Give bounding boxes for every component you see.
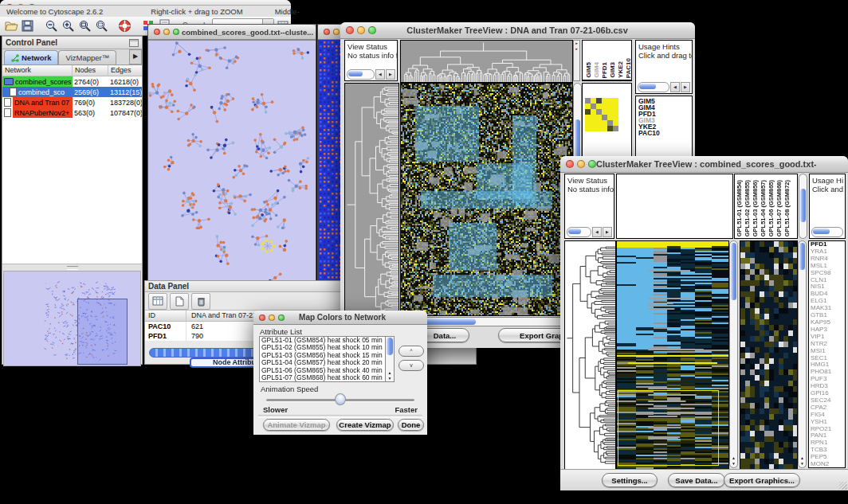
tv2-top-scrollbar[interactable] [799,174,807,239]
status-hint-middle: Middle- [275,7,300,16]
tv2-row-dendrogram[interactable] [564,240,616,470]
scroll-left-icon[interactable]: ◀ [592,227,602,237]
network-row-selected[interactable]: combined_sco 2569(6) 13112(15) [2,87,142,97]
tv1-row-dendrogram[interactable] [344,83,399,316]
file-icon [10,88,17,96]
scroll-up-icon[interactable]: ▲ [386,370,394,375]
scroll-left-icon[interactable]: ◀ [670,82,680,92]
tv2-gene-scrollbar[interactable]: ▲ ▼ [798,240,807,468]
scroll-left-icon[interactable]: ◀ [375,69,385,80]
window-controls[interactable] [259,315,285,321]
tv2-heatmap-canvas[interactable] [616,240,729,470]
tv2-column-tree-area[interactable] [616,174,733,239]
tv2-button-bar: Settings... Save Data... Export Graphics… [560,469,848,490]
treeview2-title: ClusterMaker TreeView : combined_scores_… [596,159,816,169]
move-up-button[interactable]: ^ [398,346,424,357]
tv1-column-scroll-strip[interactable]: ▸▸ [573,40,580,81]
tab-network[interactable]: Network [4,50,58,64]
network-canvas[interactable] [148,40,316,287]
status-hint-zoom: Right-click + drag to ZOOM [151,7,242,16]
scroll-right-icon[interactable]: ▶ [603,227,612,237]
new-attribute-button[interactable] [170,293,189,310]
treeview1-title: ClusterMaker TreeView : DNA and Tran 07-… [376,25,658,35]
tv2-usage-hints-panel: Usage Hi Click and [809,174,846,239]
desktop: Cytoscape Desktop (Session Name: collins… [0,0,848,504]
column-nodes: Nodes [73,65,108,76]
network-row[interactable]: RNAPuberNov2+ 563(0) 107847(0) [2,107,142,118]
zoom-out-button[interactable] [44,18,58,33]
tv2-save-data-button[interactable]: Save Data... [668,473,725,487]
faster-label: Faster [395,405,418,414]
select-attributes-button[interactable] [148,293,167,310]
zoom-selected-button[interactable] [77,18,92,33]
scroll-up-icon[interactable]: ▲ [799,455,806,460]
window-controls[interactable] [346,26,376,34]
scroll-down-icon[interactable]: ▼ [386,376,394,381]
dialog-titlebar[interactable]: Map Colors to Network [253,311,427,325]
open-file-button[interactable] [4,18,18,33]
tv2-export-graphics-button[interactable]: Export Graphics... [724,473,800,487]
tab-overflow-button[interactable]: ▶ [129,49,142,64]
scroll-right-icon[interactable]: ▶ [681,82,690,92]
tv2-zoom-heatmap-canvas[interactable] [740,240,798,470]
control-panel: Control Panel Network VizMapper™ ▶ Netwo… [2,36,143,365]
gene-label[interactable]: MON2 [809,461,845,468]
column-label: GPL51-08 (GSM872) [783,180,791,236]
network-row[interactable]: DNA and Tran 07 769(0) 183728(0) [2,97,142,107]
tv2-column-labels: GPL51-01 (GSM854)GPL51-02 (GSM855)GPL51-… [735,174,797,238]
column-network: Network [2,65,73,76]
delete-attribute-trash-button[interactable] [191,293,210,310]
tv1-selected-matrix-canvas[interactable] [585,96,620,133]
scroll-down-icon[interactable]: ▼ [730,461,737,466]
column-label: PAC10 [625,58,631,78]
panel-splitter[interactable] [2,264,142,271]
network-table-header: Network Nodes Edges [2,65,142,76]
status-bar: Welcome to Cytoscape 2.6.2 Right-click +… [0,5,291,17]
tv1-column-dendrogram[interactable] [400,40,573,83]
tab-vizmapper[interactable]: VizMapper™ [58,50,116,64]
float-panel-icon[interactable] [129,39,139,47]
attribute-list[interactable]: GPL51-01 (GSM854) heat shock 05 minGPL51… [259,336,395,382]
tv1-column-labels-panel: GIM5GIM4PFD1GIM3YKE2PAC10 [582,40,632,81]
move-down-button[interactable]: v [398,360,424,371]
column-label: GPL51-07 (GSM868) [775,180,783,236]
tv2-settings-button[interactable]: Settings... [602,473,658,487]
scroll-up-icon[interactable]: ▲ [730,455,737,460]
tv1-status-scrollbar[interactable]: ◀▶ [347,69,395,79]
treeview2-titlebar[interactable]: ClusterMaker TreeView : combined_scores_… [560,156,848,173]
scroll-down-icon[interactable]: ▼ [799,461,806,466]
zoom-fit-button[interactable] [94,18,108,33]
create-vizmap-button[interactable]: Create Vizmap [336,419,394,431]
zoom-in-button[interactable] [61,18,75,33]
column-label: GIM5 [585,62,592,78]
tv2-hints-scrollbar[interactable] [811,227,843,236]
tv1-save-data-button[interactable]: Data... [420,328,469,342]
network-row[interactable]: combined_scores 2764(0) 16218(0) [2,76,142,87]
map-colors-dialog: Map Colors to Network Attribute List GPL… [253,311,427,435]
control-panel-title: Control Panel [6,38,57,47]
tv2-view-status-panel: View Status No status info ◀▶ [564,174,614,239]
done-button[interactable]: Done [398,419,424,431]
help-lifebuoy-button[interactable] [118,18,132,33]
slider-thumb[interactable] [335,393,346,405]
tv1-heatmap-canvas[interactable] [400,83,573,316]
tv2-status-scrollbar[interactable]: ◀▶ [567,227,612,236]
network-overview-canvas[interactable] [3,271,141,366]
resize-grip[interactable] [839,482,847,490]
attribute-item[interactable]: GPL51-07 (GSM868) heat shock 60 min [260,374,394,381]
tv1-usage-hints-panel: Usage Hints Click and drag tc ◀▶ [635,40,693,94]
tv1-hints-scrollbar[interactable]: ◀▶ [638,82,690,92]
tv2-column-labels-panel: GPL51-01 (GSM854)GPL51-02 (GSM855)GPL51-… [734,174,798,239]
file-icon [4,108,11,117]
tv2-main-scrollbar[interactable]: ▲ ▼ [729,240,738,468]
save-button[interactable] [21,18,35,33]
column-label: GPL51-04 (GSM857) [760,180,768,236]
attribute-list-scrollbar[interactable]: ▲ ▼ [385,337,394,381]
network-view-titlebar[interactable]: combined_scores_good.txt--cluste... [148,25,316,40]
scroll-right-icon[interactable]: ▶ [386,69,395,80]
treeview1-titlebar[interactable]: ClusterMaker TreeView : DNA and Tran 07-… [340,22,695,39]
window-controls[interactable] [566,160,596,168]
tab-vizmapper-label: VizMapper™ [65,53,109,62]
window-controls[interactable] [154,29,179,35]
animate-vizmap-button[interactable]: Animate Vizmap [263,419,330,431]
